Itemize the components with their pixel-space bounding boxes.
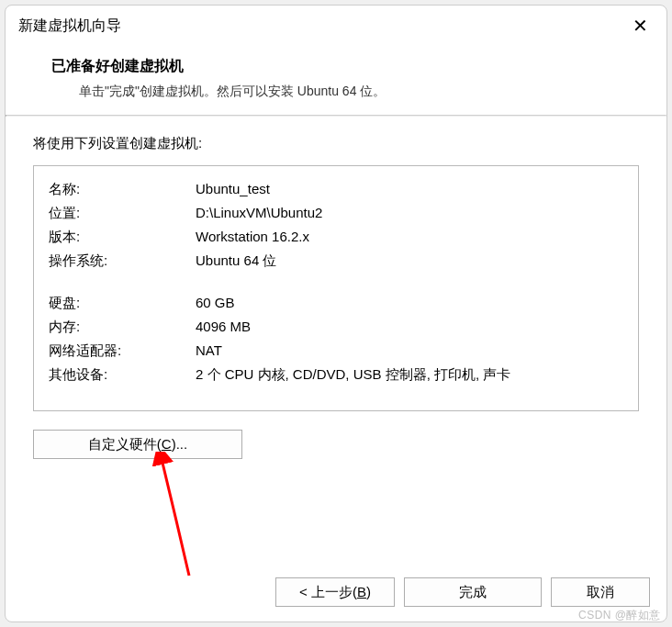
btn-hotkey: B <box>357 584 366 599</box>
setting-row-memory: 内存: 4096 MB <box>49 315 623 339</box>
setting-label: 名称: <box>49 177 196 201</box>
btn-text-suffix: )... <box>172 436 188 452</box>
setting-value: Workstation 16.2.x <box>196 225 623 249</box>
setting-label: 版本: <box>49 225 196 249</box>
close-icon[interactable]: ✕ <box>627 13 654 39</box>
footer-buttons: < 上一步(B) 完成 取消 <box>6 565 666 621</box>
btn-text-prefix: 自定义硬件( <box>88 436 162 452</box>
body-section: 将使用下列设置创建虚拟机: 名称: Ubuntu_test 位置: D:\Lin… <box>6 117 666 565</box>
setting-row-name: 名称: Ubuntu_test <box>49 177 623 201</box>
btn-text-suffix: ) <box>366 584 371 599</box>
setting-value: D:\LinuxVM\Ubuntu2 <box>196 201 623 225</box>
customize-hardware-button[interactable]: 自定义硬件(C)... <box>33 430 242 459</box>
titlebar: 新建虚拟机向导 ✕ <box>6 6 666 46</box>
header-section: 已准备好创建虚拟机 单击"完成"创建虚拟机。然后可以安装 Ubuntu 64 位… <box>6 46 666 115</box>
setting-value: 4096 MB <box>196 315 623 339</box>
btn-hotkey: C <box>162 436 172 452</box>
cancel-button[interactable]: 取消 <box>551 577 650 607</box>
setting-row-version: 版本: Workstation 16.2.x <box>49 225 623 249</box>
setting-value: Ubuntu_test <box>196 177 623 201</box>
setting-label: 硬盘: <box>49 291 196 315</box>
setting-row-os: 操作系统: Ubuntu 64 位 <box>49 249 623 273</box>
header-subtext: 单击"完成"创建虚拟机。然后可以安装 Ubuntu 64 位。 <box>51 84 639 100</box>
setting-label: 操作系统: <box>49 249 196 273</box>
dialog-title: 新建虚拟机向导 <box>18 17 121 36</box>
setting-label: 其他设备: <box>49 363 196 386</box>
setting-row-other: 其他设备: 2 个 CPU 内核, CD/DVD, USB 控制器, 打印机, … <box>49 363 623 386</box>
settings-summary-box: 名称: Ubuntu_test 位置: D:\LinuxVM\Ubuntu2 版… <box>33 165 639 411</box>
setting-label: 位置: <box>49 201 196 225</box>
body-intro: 将使用下列设置创建虚拟机: <box>33 135 639 152</box>
setting-row-disk: 硬盘: 60 GB <box>49 291 623 315</box>
setting-row-network: 网络适配器: NAT <box>49 339 623 363</box>
wizard-dialog: 新建虚拟机向导 ✕ 已准备好创建虚拟机 单击"完成"创建虚拟机。然后可以安装 U… <box>5 5 667 622</box>
setting-label: 内存: <box>49 315 196 339</box>
setting-value: NAT <box>196 339 623 363</box>
header-heading: 已准备好创建虚拟机 <box>51 57 639 76</box>
setting-value: 60 GB <box>196 291 623 315</box>
setting-value: Ubuntu 64 位 <box>196 249 623 273</box>
setting-row-location: 位置: D:\LinuxVM\Ubuntu2 <box>49 201 623 225</box>
finish-button[interactable]: 完成 <box>404 577 542 607</box>
setting-value: 2 个 CPU 内核, CD/DVD, USB 控制器, 打印机, 声卡 <box>196 363 623 386</box>
btn-text-prefix: < 上一步( <box>299 584 357 599</box>
watermark-text: CSDN @醉如意 <box>578 608 661 623</box>
back-button[interactable]: < 上一步(B) <box>275 577 395 607</box>
setting-label: 网络适配器: <box>49 339 196 363</box>
